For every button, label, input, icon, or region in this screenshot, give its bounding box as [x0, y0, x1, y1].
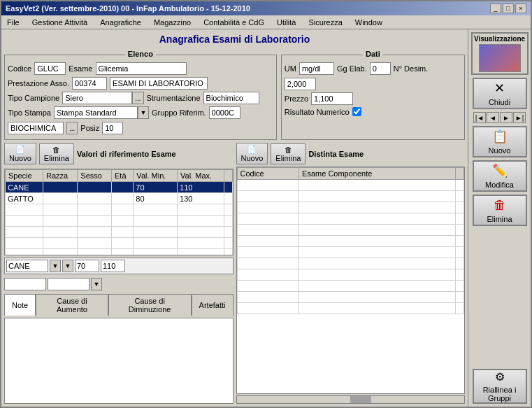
menu-sicurezza[interactable]: Sicurezza	[306, 17, 345, 27]
menu-utilita[interactable]: Utilità	[274, 17, 299, 27]
nuovo-icon: 📋	[492, 129, 508, 144]
tipo-stampa-field: ▼	[54, 106, 149, 119]
edit-extra1[interactable]	[4, 278, 46, 290]
valori-title: Valori di riferimento Esame	[77, 150, 176, 158]
tab-cause-diminuzione[interactable]: Cause di Diminuzione	[108, 294, 192, 316]
menu-anagrafiche[interactable]: Anagrafiche	[97, 17, 144, 27]
menu-magazzino[interactable]: Magazzino	[151, 17, 194, 27]
valori-table: Specie Razza Sesso Età Val. Min. Val. Ma…	[5, 169, 233, 255]
edit-specie-input[interactable]	[6, 260, 48, 272]
edit-val-min-input[interactable]	[75, 260, 99, 272]
elimina-button[interactable]: 🗑 Elimina	[473, 195, 527, 226]
nav-first[interactable]: |◄	[473, 112, 486, 123]
chiudi-label: Chiudi	[489, 98, 510, 106]
table-row[interactable]: CANE70110	[6, 182, 233, 193]
distinta-nuovo-icon: 📄	[247, 145, 257, 154]
prezzo-label: Prezzo	[285, 94, 308, 103]
tab-artefatti[interactable]: Artefatti	[192, 294, 233, 316]
menu-contabilita[interactable]: Contabilità e CdG	[201, 17, 267, 27]
tipo-stampa-row: Tipo Stampa ▼ Gruppo Riferim. ... Posiz	[8, 106, 273, 134]
gruppo-rif-value-input[interactable]	[8, 122, 64, 134]
um-input[interactable]	[299, 62, 334, 75]
posiz-label: Posiz	[80, 124, 99, 132]
main-window: EasyVet2 (Ver. settembre-2010) 00 - InFa…	[0, 0, 532, 408]
n-desim-label: N° Desim.	[394, 64, 429, 73]
table-row	[237, 202, 464, 213]
n-desim-input[interactable]	[285, 78, 316, 90]
prestazione-label: Prestazione Asso.	[8, 79, 69, 87]
minimize-button[interactable]: _	[490, 3, 501, 13]
prestazione-row: Prestazione Asso.	[8, 77, 273, 90]
distinta-scrollbar[interactable]	[236, 395, 466, 404]
tipo-stampa-dropdown[interactable]: ▼	[138, 106, 149, 119]
nuovo-button[interactable]: 📋 Nuovo	[473, 126, 527, 157]
edit-extra2[interactable]	[48, 278, 89, 290]
modifica-icon: ✏️	[492, 163, 508, 178]
prezzo-input[interactable]	[311, 92, 353, 105]
table-row	[6, 216, 233, 227]
riallinea-icon: ⚙	[495, 370, 505, 384]
chiudi-button[interactable]: ✕ Chiudi	[473, 78, 527, 109]
prestazione-desc-input[interactable]	[110, 77, 208, 90]
posiz-input[interactable]	[102, 122, 123, 134]
distinta-panel: 📄 Nuovo 🗑 Elimina Distinta Esame	[236, 143, 466, 404]
chiudi-icon: ✕	[494, 80, 505, 96]
valori-table-container: Specie Razza Sesso Età Val. Min. Val. Ma…	[4, 169, 233, 255]
table-row	[237, 258, 464, 269]
nav-next[interactable]: ►	[500, 112, 512, 123]
tab-cause-aumento[interactable]: Cause di Aumento	[36, 294, 108, 316]
menu-file[interactable]: File	[4, 17, 22, 27]
table-row	[6, 238, 233, 249]
tipo-campione-field: ...	[62, 92, 143, 104]
col-val-max: Val. Max.	[178, 170, 224, 182]
edit-extra-dropdown[interactable]: ▼	[91, 278, 102, 290]
window-title: EasyVet2 (Ver. settembre-2010) 00 - InFa…	[6, 4, 250, 13]
valori-nuovo-button[interactable]: 📄 Nuovo	[4, 143, 36, 164]
distinta-nuovo-button[interactable]: 📄 Nuovo	[236, 143, 268, 164]
title-bar-controls: _ □ ×	[490, 3, 526, 13]
nav-prev[interactable]: ◄	[487, 112, 499, 123]
nav-last[interactable]: ►|	[513, 112, 526, 123]
distinta-table-container: Codice Esame Componente	[236, 167, 466, 394]
col-scroll	[224, 170, 232, 182]
edit-row: ▼ ▼	[4, 258, 233, 274]
gg-elab-input[interactable]	[370, 62, 391, 75]
edit-val-max-input[interactable]	[101, 260, 125, 272]
col-val-min: Val. Min.	[134, 170, 178, 182]
distinta-col-scroll	[456, 168, 464, 180]
notes-area[interactable]	[4, 318, 233, 405]
page-title: Anagrafica Esami di Laboratorio	[4, 34, 465, 45]
prestazione-input[interactable]	[72, 77, 107, 90]
tipo-campione-input[interactable]	[62, 92, 132, 104]
tipo-stampa-label: Tipo Stampa	[8, 108, 51, 117]
content-area: Anagrafica Esami di Laboratorio Elenco C…	[1, 29, 468, 407]
tipo-stampa-input[interactable]	[54, 106, 138, 119]
table-row[interactable]: GATTO80130	[6, 193, 233, 204]
valori-elimina-button[interactable]: 🗑 Elimina	[39, 143, 74, 164]
edit-specie-dropdown[interactable]: ▼	[50, 260, 61, 272]
nuovo-label: Nuovo	[489, 146, 511, 155]
codice-input[interactable]	[34, 62, 66, 75]
maximize-button[interactable]: □	[503, 3, 514, 13]
tipo-campione-browse[interactable]: ...	[132, 92, 143, 104]
table-row	[6, 204, 233, 216]
strumentazione-input[interactable]	[203, 92, 259, 104]
gruppo-rif-code-input[interactable]	[209, 106, 240, 119]
modifica-label: Modifica	[485, 181, 514, 189]
distinta-table: Codice Esame Componente	[237, 167, 465, 314]
tab-note[interactable]: Note	[4, 294, 36, 316]
risultato-row: Risultato Numerico	[285, 107, 461, 116]
close-button[interactable]: ×	[515, 3, 526, 13]
table-row	[237, 303, 464, 314]
tabs-row: Note Cause di Aumento Cause di Diminuzio…	[4, 294, 233, 316]
table-row	[237, 292, 464, 303]
esame-input[interactable]	[96, 62, 187, 75]
gruppo-rif-browse[interactable]: ...	[66, 122, 78, 134]
distinta-elimina-button[interactable]: 🗑 Elimina	[271, 143, 305, 164]
riallinea-button[interactable]: ⚙ Riallinea i Gruppi	[473, 369, 527, 404]
menu-gestione[interactable]: Gestione Attività	[29, 17, 91, 27]
menu-window[interactable]: Window	[352, 17, 385, 27]
risultato-checkbox[interactable]	[352, 107, 361, 116]
edit-razza-dropdown[interactable]: ▼	[62, 260, 73, 272]
modifica-button[interactable]: ✏️ Modifica	[473, 160, 527, 192]
